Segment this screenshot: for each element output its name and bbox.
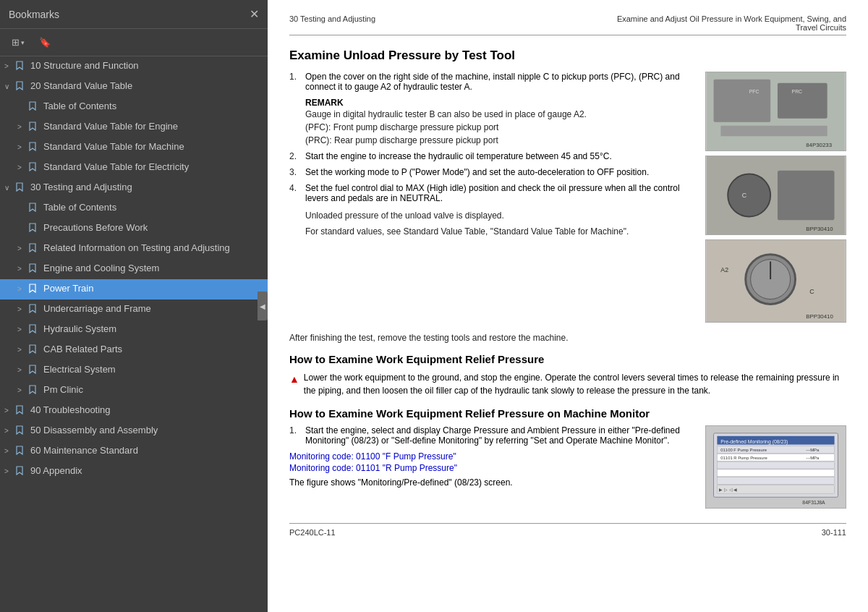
sidebar-item-s60[interactable]: >60 Maintenance Standard [0,441,268,462]
sidebar-bookmark-icon [16,466,26,479]
doc-header-right: Examine and Adjust Oil Pressure in Work … [617,14,846,32]
image1-svg: 84P30233 PFC PRC [706,72,846,150]
image2-svg: BPP30410 C [706,156,846,234]
expand-icon[interactable]: > [17,284,26,294]
sidebar-item-s30[interactable]: ∨30 Testing and Adjusting [0,178,268,198]
sidebar-toolbar: ⊞ ▾ 🔖 [0,29,268,56]
sidebar-bookmark-icon [16,425,26,438]
sidebar-item-s30-engine[interactable]: >Engine and Cooling System [0,259,268,279]
section3-image: Pre-defined Monitoring (08/23) 01100 F P… [705,425,846,509]
sidebar-item-s30-power[interactable]: >Power Train [0,279,268,299]
expand-icon[interactable]: > [4,467,13,476]
remark-content: Gauge in digital hydraulic tester B can … [305,108,694,121]
sidebar-item-s30-related[interactable]: >Related Information on Testing and Adju… [0,239,268,259]
sidebar-item-s50[interactable]: >50 Disassembly and Assembly [0,421,268,441]
sidebar-bookmark-icon [16,81,26,94]
sidebar-bookmark-icon [29,162,39,175]
sidebar-item-label-s30-precautions: Precautions Before Work [43,221,263,234]
expand-icon[interactable]: ∨ [4,82,13,91]
expand-icon[interactable]: > [17,345,26,354]
image3: A2 C BPP30410 [705,239,846,323]
sidebar-item-label-s20: 20 Standard Value Table [30,80,263,93]
svg-text:PRC: PRC [792,89,803,94]
remark-sub2: (PRC): Rear pump discharge pressure pick… [305,134,694,147]
sidebar-bookmark-icon [29,142,39,155]
sidebar-item-s40[interactable]: >40 Troubleshooting [0,401,268,421]
expand-icon[interactable]: > [17,163,26,172]
svg-text:C: C [742,192,747,199]
monitor-code2: Monitoring code: 01101 "R Pump Pressure" [289,463,694,473]
section1-steps: 1. Open the cover on the right side of t… [289,72,694,92]
sidebar-item-label-s30-electrical: Electrical System [43,363,263,376]
expand-icon[interactable]: > [17,244,26,253]
section1-title: Examine Unload Pressure by Test Tool [289,48,846,63]
sidebar-item-s90[interactable]: >90 Appendix [0,462,268,482]
sidebar-item-label-s30-hydraulic: Hydraulic System [43,323,263,336]
warning-box: ▲ Lower the work equipment to the ground… [289,371,846,397]
svg-rect-30 [717,469,834,477]
toolbar-list-button[interactable]: ⊞ ▾ [7,35,29,50]
section3-text: 1. Start the engine, select and display … [289,425,694,509]
monitor-svg: Pre-defined Monitoring (08/23) 01100 F P… [706,426,846,508]
sidebar-item-s30-toc[interactable]: Table of Contents [0,198,268,218]
sidebar-item-s10[interactable]: >10 Structure and Function [0,56,268,77]
section1-images: 84P30233 PFC PRC BPP30410 C [705,72,846,323]
sidebar-item-label-s30-engine: Engine and Cooling System [43,262,263,275]
sidebar-bookmark-icon [29,304,39,317]
section1: Examine Unload Pressure by Test Tool 1. … [289,48,846,343]
svg-text:BPP30410: BPP30410 [806,226,833,232]
remark-box: REMARK Gauge in digital hydraulic tester… [305,98,694,147]
expand-icon[interactable]: > [17,264,26,273]
sidebar-item-label-s50: 50 Disassembly and Assembly [30,424,263,437]
sidebar-item-s30-pm[interactable]: >Pm Clinic [0,381,268,401]
expand-icon[interactable]: > [4,446,13,456]
sidebar-collapse-handle[interactable]: ◀ [258,292,268,320]
sidebar-item-s30-cab[interactable]: >CAB Related Parts [0,340,268,360]
image1: 84P30233 PFC PRC [705,72,846,151]
expand-icon[interactable]: > [17,122,26,132]
sidebar-item-s20-machine[interactable]: >Standard Value Table for Machine [0,137,268,158]
sidebar-item-label-s30-cab: CAB Related Parts [43,343,263,356]
expand-icon[interactable]: > [17,305,26,314]
expand-icon[interactable]: > [4,426,13,435]
sidebar-item-s30-electrical[interactable]: >Electrical System [0,360,268,381]
expand-icon[interactable]: > [17,386,26,395]
sidebar-title: Bookmarks [9,9,59,20]
sidebar-item-s20-toc[interactable]: Table of Contents [0,97,268,117]
expand-icon[interactable]: > [17,365,26,375]
sidebar-close-button[interactable]: ✕ [250,7,259,21]
svg-rect-2 [778,83,827,119]
chevron-left-icon: ◀ [260,302,265,310]
sidebar-item-label-s20-engine: Standard Value Table for Engine [43,120,263,133]
sidebar-item-label-s20-toc: Table of Contents [43,100,263,113]
sidebar-bookmark-icon [29,263,39,276]
sidebar-item-label-s20-elec: Standard Value Table for Electricity [43,161,263,174]
section2-title: How to Examine Work Equipment Relief Pre… [289,353,846,365]
sidebar-item-s20[interactable]: ∨20 Standard Value Table [0,77,268,97]
sidebar-item-s20-engine[interactable]: >Standard Value Table for Engine [0,117,268,137]
sidebar-item-label-s60: 60 Maintenance Standard [30,444,263,457]
svg-text:▶ ▷  ◁ ◀: ▶ ▷ ◁ ◀ [719,488,737,492]
expand-icon[interactable]: ∨ [4,183,13,192]
list-icon: ⊞ [12,37,20,48]
svg-rect-29 [717,462,834,469]
section3-content: 1. Start the engine, select and display … [289,425,846,509]
expand-icon[interactable]: > [17,325,26,334]
expand-icon[interactable]: > [17,143,26,152]
section3-steps: 1. Start the engine, select and display … [289,425,694,446]
bookmark-icon: 🔖 [39,37,51,48]
sidebar-item-s30-undercarriage[interactable]: >Undercarriage and Frame [0,299,268,320]
sidebar-item-label-s20-machine: Standard Value Table for Machine [43,140,263,153]
dropdown-arrow-icon: ▾ [21,39,25,46]
after-test-note: After finishing the test, remove the tes… [289,333,846,343]
sidebar-item-label-s40: 40 Troubleshooting [30,404,263,417]
sidebar-content[interactable]: >10 Structure and Function∨20 Standard V… [0,56,268,612]
main-content[interactable]: 30 Testing and Adjusting Examine and Adj… [268,0,868,612]
sidebar-item-s20-elec[interactable]: >Standard Value Table for Electricity [0,158,268,178]
sidebar-item-s30-hydraulic[interactable]: >Hydraulic System [0,320,268,340]
monitor-codes: Monitoring code: 01100 "F Pump Pressure"… [289,451,694,473]
sidebar-item-s30-precautions[interactable]: Precautions Before Work [0,218,268,239]
toolbar-bookmark-button[interactable]: 🔖 [35,35,55,50]
expand-icon[interactable]: > [4,61,13,71]
expand-icon[interactable]: > [4,406,13,415]
